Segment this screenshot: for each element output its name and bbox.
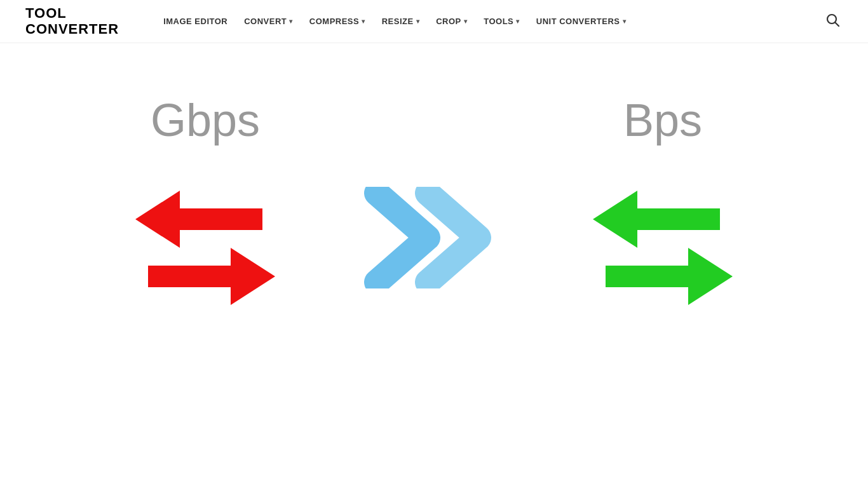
green-arrow-right — [606, 248, 733, 305]
nav-resize-label: RESIZE — [382, 17, 414, 26]
green-arrow-left — [593, 191, 720, 248]
logo[interactable]: TOOL CONVERTER — [25, 6, 119, 36]
red-arrow-right — [148, 248, 275, 305]
nav-tools-label: TOOLS — [484, 17, 513, 26]
nav-image-editor-label: IMAGE EDITOR — [163, 17, 227, 26]
chevron-down-icon: ▾ — [464, 18, 468, 25]
chevron-down-icon: ▾ — [516, 18, 520, 25]
svg-line-1 — [835, 22, 839, 26]
nav-convert[interactable]: CONVERT ▾ — [238, 13, 299, 30]
chevron-down-icon: ▾ — [416, 18, 420, 25]
blue-chevrons-icon — [364, 187, 504, 288]
nav-unit-converters-label: UNIT CONVERTERS — [536, 17, 620, 26]
nav-image-editor[interactable]: IMAGE EDITOR — [157, 13, 234, 30]
nav-crop-label: CROP — [436, 17, 461, 26]
red-arrow-left — [135, 191, 262, 248]
search-button[interactable] — [824, 11, 843, 32]
chevron-down-icon: ▾ — [289, 18, 293, 25]
unit-to-label: Bps — [623, 94, 702, 146]
main-nav: IMAGE EDITOR CONVERT ▾ COMPRESS ▾ RESIZE… — [157, 13, 824, 30]
unit-to-block: Bps — [529, 94, 796, 311]
svg-marker-3 — [148, 248, 275, 305]
svg-marker-4 — [593, 191, 720, 248]
header: TOOL CONVERTER IMAGE EDITOR CONVERT ▾ CO… — [0, 0, 868, 43]
svg-marker-2 — [135, 191, 262, 248]
chevron-down-icon: ▾ — [362, 18, 365, 25]
nav-tools[interactable]: TOOLS ▾ — [477, 13, 526, 30]
logo-line1: TOOL — [25, 5, 67, 21]
unit-from-label: Gbps — [151, 94, 260, 146]
logo-line2: CONVERTER — [25, 21, 119, 37]
nav-convert-label: CONVERT — [244, 17, 287, 26]
nav-compress[interactable]: COMPRESS ▾ — [303, 13, 372, 30]
nav-unit-converters[interactable]: UNIT CONVERTERS ▾ — [530, 13, 632, 30]
nav-compress-label: COMPRESS — [309, 17, 359, 26]
chevron-down-icon: ▾ — [623, 18, 627, 25]
chevrons-block — [339, 187, 529, 288]
green-arrows-icon — [593, 172, 733, 311]
nav-crop[interactable]: CROP ▾ — [430, 13, 473, 30]
search-icon — [826, 13, 840, 27]
svg-marker-5 — [606, 248, 733, 305]
nav-resize[interactable]: RESIZE ▾ — [376, 13, 426, 30]
red-arrows-icon — [135, 172, 275, 311]
main-content: Gbps Bps — [0, 43, 868, 337]
unit-from-block: Gbps — [72, 94, 339, 311]
